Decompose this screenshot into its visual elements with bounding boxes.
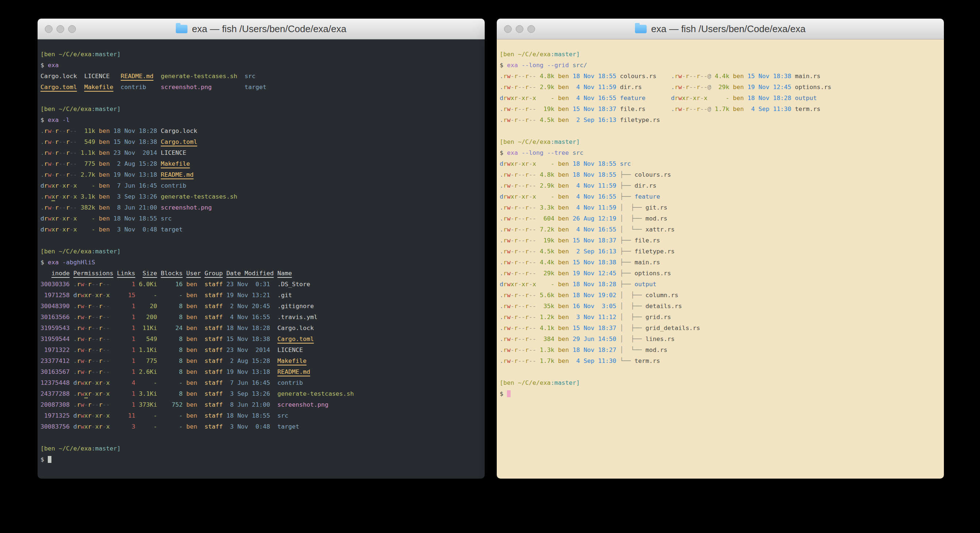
minimize-button[interactable] <box>516 25 523 33</box>
permission-char: r <box>503 116 507 123</box>
permission-char: w <box>48 138 51 145</box>
permission-char: r <box>514 303 518 310</box>
permission-char: - <box>529 193 533 200</box>
text-segment: 19 Nov 13:21 <box>223 292 270 298</box>
terminal-line: .rw-r--r-- 382k ben 8 Jun 21:00 screensh… <box>40 202 482 213</box>
permission-char: r <box>77 292 81 298</box>
text-segment: - <box>536 281 554 288</box>
terminal-line: $ exa --long --tree src <box>500 147 941 158</box>
permission-char: r <box>503 204 507 211</box>
text-segment: 4 Sep 11:30 <box>569 357 616 364</box>
permission-char: - <box>102 412 106 419</box>
permission-char: - <box>522 314 525 321</box>
text-segment: grid_details.rs <box>646 324 700 332</box>
text-segment: ├── <box>616 270 635 277</box>
text-segment: 1 <box>110 281 135 288</box>
permission-char: - <box>518 314 522 321</box>
title-bar[interactable]: exa — fish /Users/ben/Code/exa/exa <box>497 19 944 40</box>
permission-char: - <box>84 401 88 408</box>
permission-char: x <box>62 215 66 222</box>
permission-char: . <box>40 128 44 134</box>
permission-char: - <box>84 281 88 288</box>
text-segment: ben <box>95 215 110 222</box>
text-segment: ben <box>554 303 569 310</box>
text-segment: $ <box>40 259 48 266</box>
permission-char: - <box>518 324 522 332</box>
permission-char: - <box>529 84 533 91</box>
permission-char: . <box>500 324 503 332</box>
permission-char: . <box>73 281 77 288</box>
text-segment: ben <box>554 346 569 353</box>
text-segment <box>70 412 73 419</box>
title-group: exa — fish /Users/ben/Code/exa/exa <box>635 23 805 35</box>
terminal-line: drwxr-xr-x - ben 4 Nov 16:55 feature drw… <box>500 93 941 104</box>
permission-char: - <box>689 105 693 112</box>
text-segment: ben <box>183 412 197 419</box>
terminal-line: $ exa -l <box>40 115 482 126</box>
text-segment: :master] <box>551 51 580 58</box>
permission-char: - <box>533 226 536 233</box>
text-segment: 8 <box>157 314 183 321</box>
permission-char: - <box>533 248 536 255</box>
text-segment: 2 Nov 20:45 <box>223 303 270 310</box>
minimize-button[interactable] <box>57 25 64 33</box>
permission-char: - <box>522 292 525 298</box>
window-title: exa — fish /Users/ben/Code/exa/exa <box>192 23 346 35</box>
permission-char: - <box>533 84 536 91</box>
permission-char: . <box>73 335 77 342</box>
permission-char: - <box>102 401 106 408</box>
text-segment <box>113 270 117 277</box>
text-segment: generate-testcases.sh <box>270 390 354 397</box>
zoom-button[interactable] <box>527 25 535 33</box>
permission-char: - <box>533 324 536 332</box>
permission-char: - <box>693 73 697 80</box>
permission-char: - <box>59 226 62 233</box>
permission-char: - <box>511 84 514 91</box>
permission-char: w <box>48 182 51 189</box>
text-segment: $ <box>500 62 507 69</box>
permission-char: x <box>682 94 686 102</box>
text-segment: ben <box>554 270 569 277</box>
permission-char: r <box>514 248 518 255</box>
permission-char: - <box>533 237 536 244</box>
close-button[interactable] <box>504 25 512 33</box>
text-segment: ben <box>554 73 569 80</box>
permission-char: . <box>500 204 503 211</box>
text-segment: ├── <box>616 281 635 288</box>
permission-char: r <box>77 346 81 353</box>
text-segment: 16 <box>157 281 183 288</box>
permission-char: - <box>518 116 522 123</box>
permission-char: - <box>102 324 106 332</box>
terminal-content[interactable]: [ben ~/C/e/exa:master]$ exaCargo.lock LI… <box>38 40 485 479</box>
text-segment: Cargo.lock <box>40 73 77 80</box>
text-segment: generate-testcases.sh <box>157 193 237 200</box>
text-segment: :master] <box>92 51 121 58</box>
permission-char: @ <box>708 105 711 112</box>
text-segment: 4.5k <box>536 248 554 255</box>
text-segment: exa <box>507 62 518 69</box>
zoom-button[interactable] <box>68 25 76 33</box>
text-segment: 3 Nov 0:48 <box>110 226 157 233</box>
permission-char: w <box>507 160 511 167</box>
text-segment: .gitignore <box>270 303 314 310</box>
text-segment: options.rs <box>635 270 671 277</box>
text-segment: ben <box>729 73 744 80</box>
terminal-content[interactable]: [ben ~/C/e/exa:master]$ exa --long --gri… <box>497 40 944 479</box>
text-segment: 8 <box>157 335 183 342</box>
permission-char: r <box>514 226 518 233</box>
permission-char: - <box>59 193 62 200</box>
text-segment: :master] <box>92 445 121 452</box>
text-segment: 8 <box>157 369 183 375</box>
close-button[interactable] <box>45 25 52 33</box>
permission-char: @ <box>708 73 711 80</box>
permission-char: r <box>88 314 92 321</box>
permission-char: r <box>525 94 529 102</box>
permission-char: - <box>51 149 55 156</box>
permission-char: - <box>700 73 704 80</box>
permission-char: - <box>518 182 522 189</box>
title-bar[interactable]: exa — fish /Users/ben/Code/exa/exa <box>38 19 485 40</box>
terminal-line: [ben ~/C/e/exa:master] <box>40 246 482 257</box>
text-segment: ├── <box>616 259 635 266</box>
text-segment: ben <box>183 346 197 353</box>
permission-char: r <box>77 335 81 342</box>
